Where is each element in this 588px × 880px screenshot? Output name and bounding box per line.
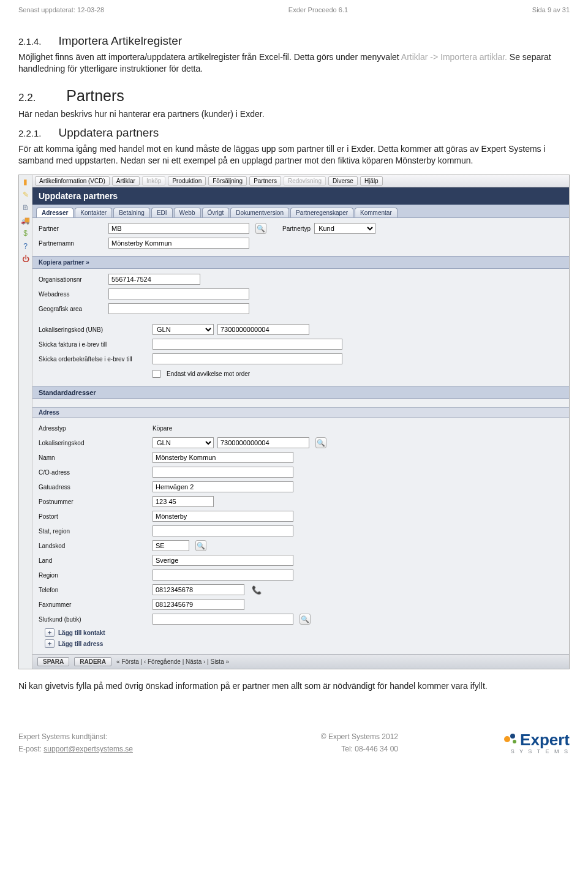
partnertyp-label: Partnertyp <box>282 225 311 232</box>
note-icon[interactable]: ✎ <box>20 189 31 200</box>
region-label: Region <box>39 572 149 579</box>
gatu-input[interactable] <box>153 481 293 492</box>
search-icon[interactable]: 🔍 <box>195 540 206 551</box>
menu-redovisning: Redovisning <box>284 176 326 186</box>
tab-dokumentversion[interactable]: Dokumentversion <box>230 208 289 217</box>
spara-button[interactable]: SPARA <box>37 657 69 666</box>
radera-button[interactable]: RADERA <box>74 657 111 666</box>
lokkod-select[interactable]: GLN <box>153 324 214 335</box>
namn-input[interactable] <box>153 452 293 463</box>
coin-icon[interactable]: $ <box>20 228 31 239</box>
updated-text: Senast uppdaterat: 12-03-28 <box>18 6 104 13</box>
menu-produktion[interactable]: Produktion <box>168 176 206 186</box>
tab-kontakter[interactable]: Kontakter <box>75 208 112 217</box>
help-icon[interactable]: ? <box>20 241 31 252</box>
partner-input[interactable] <box>108 223 249 234</box>
partnertyp-select[interactable]: Kund <box>314 223 375 234</box>
add-adress-label: Lägg till adress <box>58 641 103 647</box>
tab-edi[interactable]: EDI <box>151 208 173 217</box>
page-text: Sida 9 av 31 <box>532 6 570 13</box>
tab-ovrigt[interactable]: Övrigt <box>202 208 230 217</box>
footer-epost: E-post: support@expertsystems.se <box>18 745 133 753</box>
geo-input[interactable] <box>108 303 249 314</box>
addr-lok-label: Lokaliseringskod <box>39 440 149 446</box>
kopiera-partner-link[interactable]: Kopiera partner » <box>32 256 569 269</box>
partnernamn-label: Partnernamn <box>39 240 105 247</box>
orderbek-label: Skicka orderbekräftelse i e-brev till <box>39 356 149 363</box>
land-input[interactable] <box>153 555 293 566</box>
footer-epost-prefix: E-post: <box>18 745 43 753</box>
postort-input[interactable] <box>153 511 293 522</box>
truck-icon[interactable]: 🚚 <box>20 215 31 226</box>
pager-nav[interactable]: « Första | ‹ Föregående | Nästa › | Sist… <box>116 658 229 665</box>
expert-logo: Expert S Y S T E M S <box>504 733 570 754</box>
org-input[interactable] <box>108 274 200 285</box>
phone-icon: 📞 <box>252 585 262 595</box>
para-214-a: Möjlighet finns även att importera/uppda… <box>18 52 401 62</box>
heading-num: 2.1.4. <box>18 36 42 47</box>
doc-icon[interactable]: 🗎 <box>20 202 31 213</box>
telefon-input[interactable] <box>153 584 244 595</box>
menu-artikelinfo[interactable]: Artikelinformation (VCD) <box>35 176 110 186</box>
add-kontakt-link[interactable]: ＋ Lägg till kontakt <box>39 627 563 638</box>
lokkod-input[interactable] <box>217 324 309 335</box>
footer-tel: Tel: 08-446 34 00 <box>341 745 398 753</box>
addr-lok-select[interactable]: GLN <box>153 437 214 448</box>
web-label: Webadress <box>39 291 105 298</box>
tab-webb[interactable]: Webb <box>174 208 201 217</box>
tab-partneregenskaper[interactable]: Partneregenskaper <box>290 208 353 217</box>
postort-label: Postort <box>39 513 149 520</box>
slutkund-input[interactable] <box>153 614 293 625</box>
chart-icon[interactable]: ▮ <box>20 176 31 187</box>
adresstyp-label: Adresstyp <box>39 425 149 432</box>
orderbek-input[interactable] <box>153 353 342 364</box>
menu-diverse[interactable]: Diverse <box>328 176 358 186</box>
heading-214: 2.1.4. Importera Artikelregister <box>18 34 570 48</box>
add-kontakt-label: Lägg till kontakt <box>58 630 105 636</box>
tab-betalning[interactable]: Betalning <box>113 208 150 217</box>
menubar: Artikelinformation (VCD) Artiklar Inköp … <box>32 175 569 187</box>
menu-hjalp[interactable]: Hjälp <box>360 176 383 186</box>
footer-kundtjanst: Expert Systems kundtjänst: <box>18 732 107 741</box>
landkod-label: Landskod <box>39 543 149 549</box>
tab-kommentar[interactable]: Kommentar <box>355 208 398 217</box>
heading-title: Importera Artikelregister <box>59 34 183 48</box>
faktura-label: Skicka faktura i e-brev till <box>39 341 149 348</box>
faktura-input[interactable] <box>153 339 342 350</box>
search-icon[interactable]: 🔍 <box>255 223 266 234</box>
landkod-input[interactable] <box>153 540 189 551</box>
gatu-label: Gatuadress <box>39 484 149 491</box>
plus-icon: ＋ <box>45 628 55 637</box>
menu-forsaljning[interactable]: Försäljning <box>208 176 247 186</box>
heading-22: 2.2. Partners <box>18 87 570 105</box>
heading-221: 2.2.1. Uppdatera partners <box>18 126 570 140</box>
region-input[interactable] <box>153 570 293 581</box>
postnr-input[interactable] <box>153 496 214 507</box>
logo-text: Expert <box>520 733 570 747</box>
partnernamn-input[interactable] <box>108 238 249 249</box>
heading-title: Uppdatera partners <box>59 126 159 140</box>
power-icon[interactable]: ⏻ <box>20 254 31 265</box>
stat-label: Stat, region <box>39 528 149 535</box>
menu-artiklar[interactable]: Artiklar <box>112 176 140 186</box>
tabbar: Adresser Kontakter Betalning EDI Webb Öv… <box>32 205 569 218</box>
add-adress-link[interactable]: ＋ Lägg till adress <box>39 638 563 649</box>
page-footer: Expert Systems kundtjänst: © Expert Syst… <box>0 698 588 765</box>
menu-partners[interactable]: Partners <box>249 176 281 186</box>
search-icon[interactable]: 🔍 <box>315 437 326 448</box>
stat-input[interactable] <box>153 525 293 536</box>
co-input[interactable] <box>153 467 293 478</box>
avvik-label: Endast vid avvikelse mot order <box>167 370 250 377</box>
addr-lok-input[interactable] <box>217 437 309 448</box>
fax-label: Faxnummer <box>39 601 149 608</box>
search-icon[interactable]: 🔍 <box>300 614 311 625</box>
support-email-link[interactable]: support@expertsystems.se <box>43 745 133 753</box>
panel-title: Uppdatera partners <box>32 187 569 205</box>
web-input[interactable] <box>108 288 249 299</box>
avvik-checkbox[interactable] <box>153 370 160 378</box>
fax-input[interactable] <box>153 599 244 610</box>
tab-adresser[interactable]: Adresser <box>36 208 74 217</box>
postnr-label: Postnummer <box>39 498 149 505</box>
heading-num: 2.2. <box>18 92 36 104</box>
adress-subhead: Adress <box>32 407 569 418</box>
